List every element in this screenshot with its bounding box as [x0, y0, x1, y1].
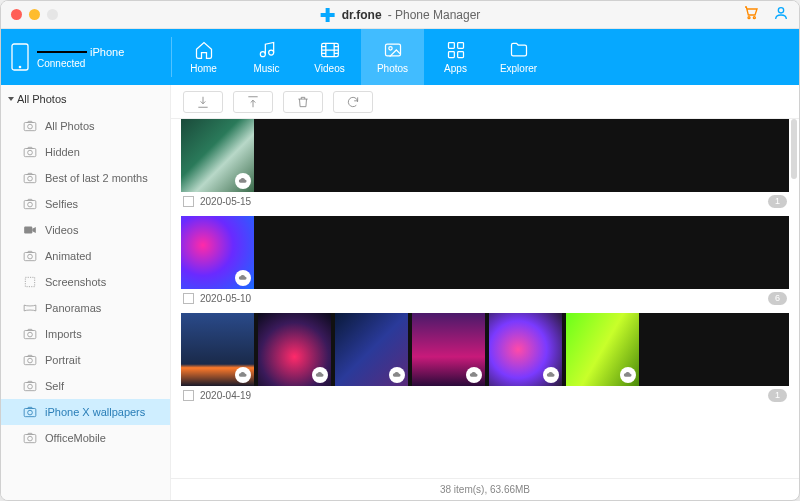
nav-label: Explorer — [500, 63, 537, 74]
sidebar-item-animated[interactable]: Animated — [1, 243, 170, 269]
nav-music[interactable]: Music — [235, 29, 298, 85]
camera-icon — [23, 431, 37, 445]
photo-thumb[interactable] — [489, 313, 562, 386]
refresh-button[interactable] — [333, 91, 373, 113]
sidebar-item-label: Portrait — [45, 354, 80, 366]
nav-apps[interactable]: Apps — [424, 29, 487, 85]
photo-group-meta: 2020-05-106 — [181, 289, 789, 313]
nav-label: Music — [253, 63, 279, 74]
nav-label: Apps — [444, 63, 467, 74]
brand-suffix: - Phone Manager — [388, 8, 481, 22]
svg-point-2 — [748, 16, 750, 18]
group-date: 2020-05-10 — [200, 293, 251, 304]
export-button[interactable] — [233, 91, 273, 113]
svg-point-4 — [778, 7, 783, 12]
svg-point-6 — [19, 66, 22, 69]
nav-photos[interactable]: Photos — [361, 29, 424, 85]
sidebar-item-officemobile[interactable]: OfficeMobile — [1, 425, 170, 451]
drfone-logo-icon — [320, 7, 336, 23]
group-count-badge: 6 — [768, 292, 787, 305]
device-status: Connected — [37, 58, 124, 69]
photo-thumb[interactable] — [181, 313, 254, 386]
panorama-icon — [23, 301, 37, 315]
scrollbar-thumb[interactable] — [791, 119, 797, 179]
cloud-icon — [466, 367, 482, 383]
status-bar: 38 item(s), 63.66MB — [171, 478, 799, 500]
sidebar-item-label: Panoramas — [45, 302, 101, 314]
svg-point-3 — [753, 16, 755, 18]
maximize-window-button[interactable] — [47, 9, 58, 20]
cloud-icon — [235, 270, 251, 286]
delete-button[interactable] — [283, 91, 323, 113]
group-checkbox[interactable] — [183, 196, 194, 207]
group-checkbox[interactable] — [183, 293, 194, 304]
camera-icon — [23, 171, 37, 185]
close-window-button[interactable] — [11, 9, 22, 20]
svg-rect-1 — [321, 13, 335, 17]
nav-explorer[interactable]: Explorer — [487, 29, 550, 85]
sidebar-item-self[interactable]: Self — [1, 373, 170, 399]
svg-point-7 — [260, 52, 265, 57]
group-checkbox[interactable] — [183, 390, 194, 401]
nav-home[interactable]: Home — [172, 29, 235, 85]
svg-point-23 — [28, 202, 33, 207]
sidebar-item-all-photos[interactable]: All Photos — [1, 113, 170, 139]
sidebar-item-label: Imports — [45, 328, 82, 340]
nav-label: Home — [190, 63, 217, 74]
screenshot-icon — [23, 275, 37, 289]
svg-point-21 — [28, 176, 33, 181]
svg-point-37 — [28, 436, 33, 441]
sidebar-header[interactable]: All Photos — [1, 85, 170, 113]
svg-rect-28 — [24, 331, 36, 339]
video-icon — [23, 223, 37, 237]
svg-rect-25 — [24, 253, 36, 261]
svg-rect-36 — [24, 435, 36, 443]
svg-point-35 — [28, 410, 33, 415]
sidebar-item-label: Best of last 2 months — [45, 172, 148, 184]
svg-rect-27 — [25, 277, 34, 286]
navbar: iPhone Connected HomeMusicVideosPhotosAp… — [1, 29, 799, 85]
camera-icon — [23, 197, 37, 211]
sidebar-item-hidden[interactable]: Hidden — [1, 139, 170, 165]
camera-icon — [23, 379, 37, 393]
sidebar-item-label: All Photos — [45, 120, 95, 132]
camera-icon — [23, 405, 37, 419]
svg-rect-15 — [457, 52, 463, 58]
sidebar-item-imports[interactable]: Imports — [1, 321, 170, 347]
sidebar-item-iphone-x-wallpapers[interactable]: iPhone X wallpapers — [1, 399, 170, 425]
titlebar: dr.fone - Phone Manager — [1, 1, 799, 29]
photo-thumb[interactable] — [412, 313, 485, 386]
cloud-icon — [620, 367, 636, 383]
user-icon[interactable] — [773, 5, 789, 25]
svg-point-26 — [28, 254, 33, 259]
sidebar-item-panoramas[interactable]: Panoramas — [1, 295, 170, 321]
photo-thumb[interactable] — [566, 313, 639, 386]
sidebar-item-label: Self — [45, 380, 64, 392]
photo-thumb[interactable] — [181, 119, 254, 192]
sidebar-item-videos[interactable]: Videos — [1, 217, 170, 243]
app-window: dr.fone - Phone Manager iPhone Connected… — [0, 0, 800, 501]
photo-thumb[interactable] — [181, 216, 254, 289]
sidebar-item-label: Hidden — [45, 146, 80, 158]
sidebar-item-label: Animated — [45, 250, 91, 262]
photo-thumb[interactable] — [258, 313, 331, 386]
sidebar-header-label: All Photos — [17, 93, 67, 105]
nav-videos[interactable]: Videos — [298, 29, 361, 85]
photo-group-strip — [181, 216, 789, 289]
photo-thumb[interactable] — [335, 313, 408, 386]
nav-label: Photos — [377, 63, 408, 74]
svg-point-8 — [268, 50, 273, 55]
import-button[interactable] — [183, 91, 223, 113]
group-count-badge: 1 — [768, 389, 787, 402]
cart-icon[interactable] — [743, 5, 759, 25]
nav-label: Videos — [314, 63, 344, 74]
cloud-icon — [389, 367, 405, 383]
svg-rect-32 — [24, 383, 36, 391]
sidebar-item-selfies[interactable]: Selfies — [1, 191, 170, 217]
sidebar-item-best-of-last-2-months[interactable]: Best of last 2 months — [1, 165, 170, 191]
device-panel[interactable]: iPhone Connected — [1, 29, 171, 85]
sidebar-item-portrait[interactable]: Portrait — [1, 347, 170, 373]
sidebar-item-screenshots[interactable]: Screenshots — [1, 269, 170, 295]
sidebar-item-label: Screenshots — [45, 276, 106, 288]
minimize-window-button[interactable] — [29, 9, 40, 20]
